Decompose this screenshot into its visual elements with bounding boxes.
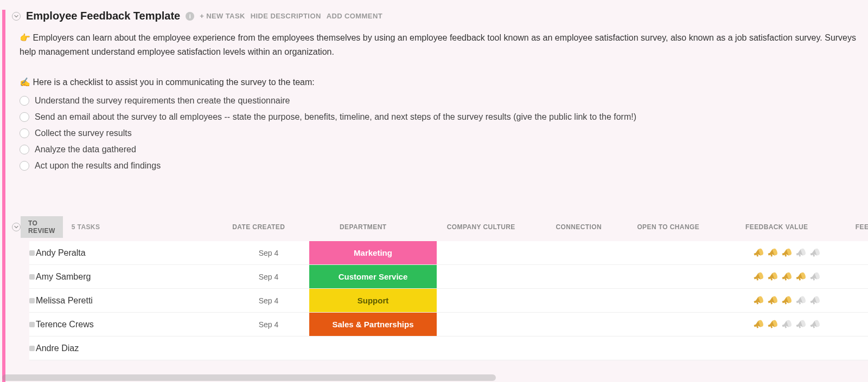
megaphone-icon bbox=[780, 247, 793, 260]
task-name[interactable]: Terence Crews bbox=[35, 320, 228, 329]
megaphone-icon bbox=[794, 270, 807, 283]
megaphone-icon bbox=[766, 247, 779, 260]
task-department-badge[interactable]: Marketing bbox=[309, 241, 437, 264]
task-department-badge[interactable]: Sales & Partnerships bbox=[309, 313, 437, 336]
add-comment-button[interactable]: Add Comment bbox=[327, 12, 382, 20]
megaphone-icon bbox=[794, 294, 807, 307]
checklist-item-label: Analyze the data gathered bbox=[35, 145, 136, 154]
section-collapse-icon[interactable] bbox=[12, 223, 21, 231]
task-date[interactable]: Sep 4 bbox=[228, 249, 309, 257]
info-icon[interactable]: i bbox=[186, 12, 194, 21]
megaphone-icon bbox=[794, 247, 807, 260]
task-date[interactable]: Sep 4 bbox=[228, 296, 309, 305]
tasks-count: 5 TASKS bbox=[72, 223, 218, 231]
pointing-right-icon: 👉 bbox=[20, 33, 30, 42]
task-row[interactable]: Amy SambergSep 4Customer Service bbox=[29, 265, 868, 289]
checklist-item-label: Send an email about the survey to all em… bbox=[35, 112, 636, 122]
checklist-item: Collect the survey results bbox=[20, 125, 868, 141]
task-date[interactable]: Sep 4 bbox=[228, 273, 309, 281]
new-task-button[interactable]: + New Task bbox=[200, 12, 245, 20]
feedback-value-rating[interactable] bbox=[724, 318, 849, 331]
task-department-badge[interactable] bbox=[309, 336, 437, 360]
megaphone-icon bbox=[780, 294, 793, 307]
megaphone-icon bbox=[780, 270, 793, 283]
col-feel-valued[interactable]: FEEL VALUED bbox=[839, 223, 868, 231]
drag-handle-icon[interactable] bbox=[29, 322, 35, 327]
col-company-culture[interactable]: COMPANY CULTURE bbox=[427, 223, 535, 231]
checklist: Understand the survey requirements then … bbox=[20, 93, 868, 174]
checklist-item-label: Act upon the results and findings bbox=[35, 161, 161, 171]
megaphone-icon bbox=[752, 318, 765, 331]
status-pill[interactable]: TO REVIEW bbox=[21, 216, 63, 238]
checkbox-icon[interactable] bbox=[20, 145, 29, 154]
megaphone-icon bbox=[808, 318, 821, 331]
feedback-value-rating[interactable] bbox=[724, 294, 849, 307]
checklist-item: Understand the survey requirements then … bbox=[20, 93, 868, 109]
megaphone-icon bbox=[752, 270, 765, 283]
task-date[interactable]: Sep 4 bbox=[228, 320, 309, 329]
megaphone-icon bbox=[766, 294, 779, 307]
checklist-item: Analyze the data gathered bbox=[20, 141, 868, 158]
drag-handle-icon[interactable] bbox=[29, 346, 35, 351]
drag-handle-icon[interactable] bbox=[29, 274, 35, 280]
section-color-bar bbox=[2, 10, 5, 382]
checklist-item: Act upon the results and findings bbox=[20, 158, 868, 174]
task-department-badge[interactable]: Customer Service bbox=[309, 265, 437, 288]
feedback-value-rating[interactable] bbox=[724, 270, 849, 283]
horizontal-scrollbar-thumb[interactable] bbox=[2, 374, 496, 381]
megaphone-icon bbox=[766, 270, 779, 283]
megaphone-icon bbox=[752, 294, 765, 307]
checkbox-icon[interactable] bbox=[20, 96, 29, 106]
hide-description-button[interactable]: Hide Description bbox=[251, 12, 321, 20]
task-name[interactable]: Andre Diaz bbox=[35, 344, 228, 353]
col-connection[interactable]: CONNECTION bbox=[535, 223, 622, 231]
task-row[interactable]: Andre Diaz bbox=[29, 336, 868, 360]
megaphone-icon bbox=[780, 318, 793, 331]
checkbox-icon[interactable] bbox=[20, 128, 29, 138]
page-title: Employee Feedback Template bbox=[26, 10, 180, 22]
checklist-item-label: Understand the survey requirements then … bbox=[35, 96, 290, 106]
task-row[interactable]: Andy PeraltaSep 4Marketing bbox=[29, 241, 868, 265]
checklist-intro: ✍️ Here is a checklist to assist you in … bbox=[20, 77, 868, 87]
col-department[interactable]: DEPARTMENT bbox=[299, 223, 427, 231]
collapse-toggle-icon[interactable] bbox=[12, 12, 21, 21]
description-text: 👉 Employers can learn about the employee… bbox=[20, 31, 868, 59]
checkbox-icon[interactable] bbox=[20, 112, 29, 122]
megaphone-icon bbox=[794, 318, 807, 331]
writing-hand-icon: ✍️ bbox=[20, 77, 30, 87]
col-open-to-change[interactable]: OPEN TO CHANGE bbox=[622, 223, 714, 231]
drag-handle-icon[interactable] bbox=[29, 250, 35, 256]
megaphone-icon bbox=[808, 294, 821, 307]
checklist-item-label: Collect the survey results bbox=[35, 128, 132, 138]
task-name[interactable]: Amy Samberg bbox=[35, 272, 228, 282]
drag-handle-icon[interactable] bbox=[29, 298, 35, 303]
task-department-badge[interactable]: Support bbox=[309, 289, 437, 312]
task-row[interactable]: Melissa PerettiSep 4Support bbox=[29, 289, 868, 313]
task-row[interactable]: Terence CrewsSep 4Sales & Partnerships bbox=[29, 313, 868, 336]
col-date-created[interactable]: DATE CREATED bbox=[218, 223, 299, 231]
megaphone-icon bbox=[808, 270, 821, 283]
section-header: TO REVIEW 5 TASKS DATE CREATED DEPARTMEN… bbox=[12, 216, 868, 238]
task-name[interactable]: Andy Peralta bbox=[35, 248, 228, 258]
megaphone-icon bbox=[808, 247, 821, 260]
checkbox-icon[interactable] bbox=[20, 161, 29, 171]
col-feedback-value[interactable]: FEEDBACK VALUE bbox=[714, 223, 839, 231]
checklist-item: Send an email about the survey to all em… bbox=[20, 109, 868, 125]
feedback-value-rating[interactable] bbox=[724, 247, 849, 260]
megaphone-icon bbox=[766, 318, 779, 331]
task-name[interactable]: Melissa Peretti bbox=[35, 296, 228, 306]
megaphone-icon bbox=[752, 247, 765, 260]
